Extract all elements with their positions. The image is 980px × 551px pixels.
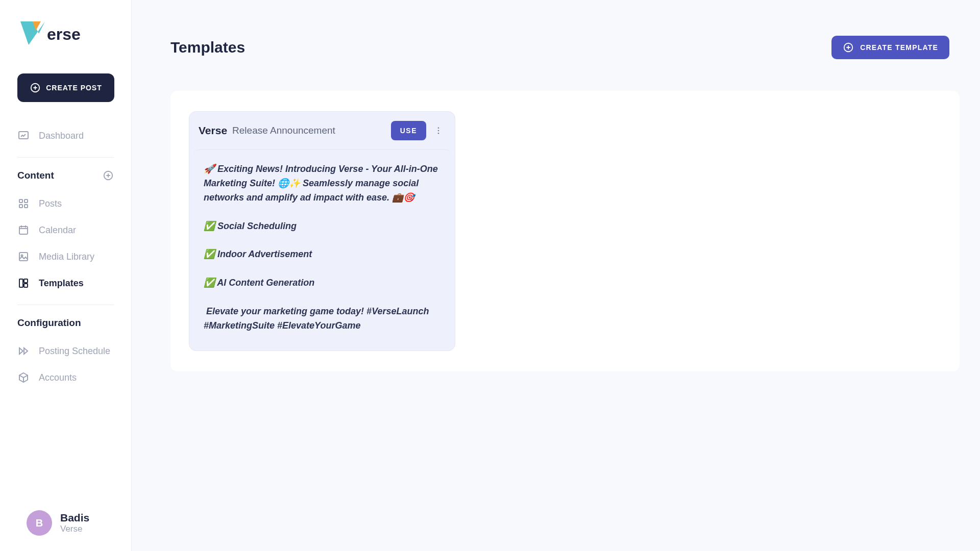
grid-icon <box>17 197 30 210</box>
create-post-button[interactable]: CREATE POST <box>17 73 114 102</box>
sidebar-section-configuration: Configuration <box>17 317 114 329</box>
user-chip[interactable]: B Badis Verse <box>17 510 114 536</box>
sidebar-item-dashboard[interactable]: Dashboard <box>17 124 114 147</box>
svg-rect-5 <box>24 199 28 203</box>
avatar-initial: B <box>36 517 43 529</box>
plus-circle-icon <box>843 42 854 53</box>
sidebar-item-label: Templates <box>39 278 84 289</box>
sidebar-item-posting-schedule[interactable]: Posting Schedule <box>17 340 114 362</box>
more-vertical-icon <box>434 126 443 135</box>
svg-rect-2 <box>19 132 28 139</box>
sidebar-item-posts[interactable]: Posts <box>17 192 114 215</box>
dashboard-icon <box>17 130 30 142</box>
template-card-body: 🚀 Exciting News! Introducing Verse - You… <box>193 149 451 345</box>
sidebar-item-label: Posting Schedule <box>39 346 110 357</box>
sidebar-item-label: Accounts <box>39 372 77 383</box>
svg-rect-7 <box>24 205 28 208</box>
templates-icon <box>17 277 30 289</box>
avatar: B <box>27 510 52 536</box>
cube-icon <box>17 371 30 384</box>
template-card: Verse Release Announcement USE 🚀 Excitin… <box>189 111 455 351</box>
sidebar-section-content: Content <box>17 170 114 181</box>
svg-rect-11 <box>19 279 23 287</box>
sidebar-item-accounts[interactable]: Accounts <box>17 366 114 389</box>
sidebar-item-label: Calendar <box>39 225 76 236</box>
calendar-icon <box>17 224 30 236</box>
fast-forward-icon <box>17 345 30 357</box>
template-card-title: Verse <box>199 124 227 137</box>
svg-rect-6 <box>19 205 22 208</box>
plus-circle-icon[interactable] <box>103 170 114 181</box>
template-more-button[interactable] <box>431 121 446 140</box>
user-org: Verse <box>60 524 89 534</box>
divider <box>17 157 114 158</box>
sidebar-section-title: Configuration <box>17 317 81 329</box>
sidebar-item-media-library[interactable]: Media Library <box>17 245 114 268</box>
use-template-button[interactable]: USE <box>391 121 426 140</box>
use-template-label: USE <box>400 127 417 135</box>
svg-rect-4 <box>19 199 22 203</box>
svg-point-17 <box>438 133 439 134</box>
divider <box>17 305 114 305</box>
template-card-header: Verse Release Announcement USE <box>189 112 455 149</box>
image-icon <box>17 251 30 263</box>
sidebar-item-templates[interactable]: Templates <box>17 272 114 294</box>
page-title: Templates <box>170 39 245 56</box>
page-header: Templates CREATE TEMPLATE <box>170 36 960 59</box>
sidebar: erse CREATE POST Dashboard Content Posts <box>0 0 132 551</box>
svg-rect-8 <box>19 227 28 234</box>
svg-rect-9 <box>19 253 28 261</box>
create-template-button[interactable]: CREATE TEMPLATE <box>831 36 949 59</box>
templates-panel: Verse Release Announcement USE 🚀 Excitin… <box>170 91 960 371</box>
create-post-label: CREATE POST <box>46 84 102 92</box>
sidebar-item-label: Media Library <box>39 252 94 262</box>
svg-rect-13 <box>24 284 28 287</box>
sidebar-item-calendar[interactable]: Calendar <box>17 219 114 241</box>
template-card-subtitle: Release Announcement <box>232 125 335 136</box>
user-name: Badis <box>60 512 89 524</box>
create-template-label: CREATE TEMPLATE <box>860 43 938 52</box>
svg-point-16 <box>438 130 439 132</box>
sidebar-section-title: Content <box>17 170 54 181</box>
brand-logo: erse <box>17 19 99 49</box>
svg-text:erse: erse <box>47 25 81 43</box>
plus-circle-icon <box>30 82 41 93</box>
sidebar-item-label: Dashboard <box>39 131 84 141</box>
sidebar-item-label: Posts <box>39 198 62 209</box>
svg-rect-12 <box>24 279 28 283</box>
svg-point-15 <box>438 127 439 129</box>
main-content: Templates CREATE TEMPLATE Verse Release … <box>132 0 980 551</box>
